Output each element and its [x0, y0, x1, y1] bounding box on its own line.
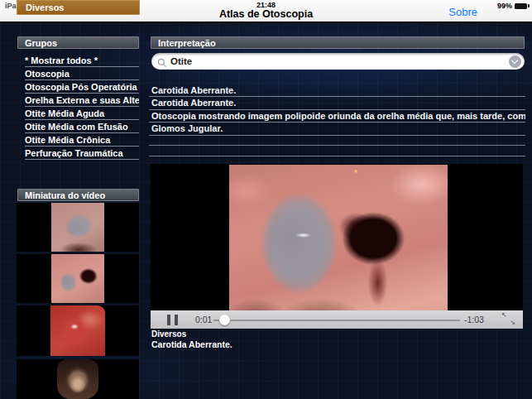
sidebar-item-orelha-externa[interactable]: Orelha Externa e suas Altera... — [25, 94, 139, 107]
search-value: Otite — [170, 56, 192, 66]
fullscreen-expand-icon[interactable]: ↖↘ — [501, 312, 515, 326]
sidebar-item-otite-media-cronica[interactable]: Otite Média Crônica — [25, 133, 139, 147]
battery-percent: 99% — [497, 2, 512, 10]
video-thumbnail-1[interactable] — [17, 203, 139, 252]
pause-icon[interactable] — [167, 315, 178, 325]
playback-controls-bar: 0:01 -1:03 ↖↘ — [151, 310, 523, 329]
sidebar-item-otoscopia[interactable]: Otoscopia — [25, 67, 139, 80]
battery-status: 99% — [497, 2, 527, 10]
seek-knob[interactable] — [219, 315, 230, 325]
groups-section-header: Grupos — [17, 36, 139, 49]
ipad-screen: iPad 21:48 Atlas de Otoscopia Sobre 99% … — [0, 0, 532, 399]
seek-slider[interactable] — [213, 320, 460, 321]
sidebar-item-otite-media-aguda[interactable]: Otite Média Aguda — [25, 107, 139, 120]
thumbnails-section-header: Miniatura do vídeo — [17, 189, 139, 201]
magnifier-icon — [157, 56, 167, 71]
result-row-4[interactable]: Glomos Jugular. — [149, 123, 525, 136]
video-player[interactable]: 0:01 -1:03 ↖↘ — [151, 164, 523, 329]
video-thumbnail-3[interactable] — [17, 305, 139, 356]
chevron-down-icon[interactable] — [509, 55, 521, 68]
video-caption-group: Diversos — [151, 329, 186, 339]
sidebar-item-perfuracao-traumatica[interactable]: Perfuração Traumática — [25, 147, 139, 160]
about-button[interactable]: Sobre — [448, 6, 477, 18]
sidebar-item-diversos-selected[interactable]: Diversos — [17, 0, 140, 15]
video-thumbnail-2[interactable] — [17, 254, 139, 303]
result-row-empty-1 — [149, 136, 525, 147]
result-row-empty-2 — [149, 146, 525, 156]
result-row-2[interactable]: Carotida Aberrante. — [149, 97, 525, 110]
sidebar-item-mostrar-todos[interactable]: * Mostrar todos * — [25, 54, 139, 67]
otoscopy-image-1 — [51, 203, 104, 252]
video-frame-otoscopy — [229, 165, 448, 329]
otoscopy-image-3 — [50, 305, 105, 356]
search-input[interactable]: Otite — [151, 53, 525, 70]
video-caption-title: Carotida Aberrante. — [151, 339, 232, 349]
otoscopy-image-2 — [51, 254, 104, 303]
battery-icon — [515, 3, 527, 9]
sidebar-item-otite-media-com-efusao[interactable]: Otite Média com Efusão — [25, 120, 139, 133]
result-row-3[interactable]: Otoscopia mostrando imagem polipoide ori… — [149, 110, 525, 123]
sidebar-item-otoscopia-pos-operatoria[interactable]: Otoscopia Pós Operatória — [25, 80, 139, 94]
interpretation-section-header: Interpretação — [151, 36, 525, 49]
remaining-time: -1:03 — [464, 315, 484, 324]
otoscopy-image-4 — [57, 359, 98, 399]
elapsed-time: 0:01 — [195, 315, 212, 324]
video-thumbnail-4[interactable] — [17, 359, 139, 399]
result-row-1[interactable]: Carotida Aberrante. — [149, 84, 525, 98]
